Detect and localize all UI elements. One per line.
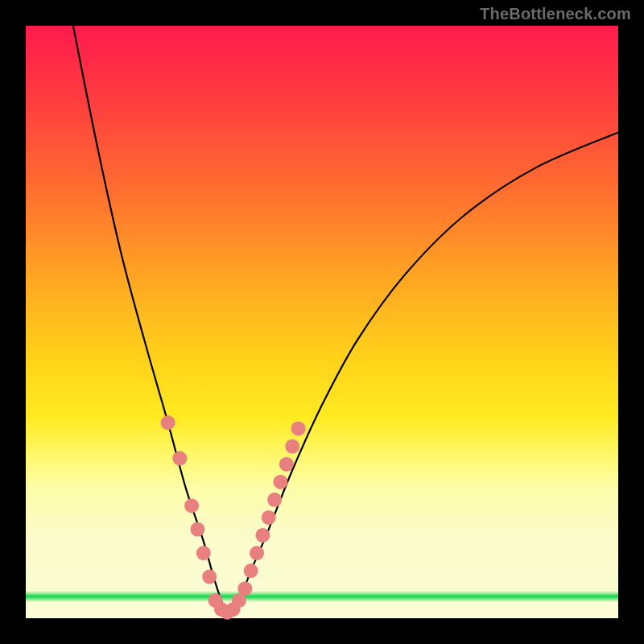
plot-area <box>26 26 618 618</box>
bead <box>267 493 282 507</box>
bead <box>190 522 204 537</box>
bead <box>244 564 258 578</box>
bottleneck-curve-svg <box>26 26 618 618</box>
bead <box>262 510 276 525</box>
bead <box>279 457 294 472</box>
watermark-text: TheBottleneck.com <box>480 5 631 23</box>
bead <box>202 569 217 584</box>
bead <box>250 546 264 560</box>
bead <box>196 546 211 560</box>
bead <box>285 440 299 454</box>
bottleneck-curve <box>73 26 618 613</box>
curve-beads <box>161 415 306 620</box>
bead <box>184 498 199 513</box>
bead <box>291 421 306 436</box>
chart-frame: TheBottleneck.com <box>0 0 644 644</box>
bead <box>161 415 175 430</box>
bead <box>255 528 270 543</box>
bead <box>172 451 187 465</box>
bead <box>273 475 287 489</box>
bead <box>237 581 252 596</box>
